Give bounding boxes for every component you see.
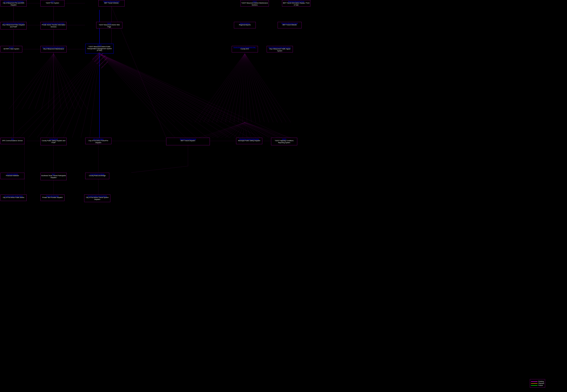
svg-line-19 (99, 54, 260, 138)
svg-line-47 (54, 54, 61, 109)
svg-line-24 (81, 54, 99, 138)
node-bmt-vehicles: Beaumont Municipal Transit BMT Transit V… (98, 0, 125, 7)
svg-line-102 (245, 122, 273, 138)
org-label-dps[interactable]: DPS (1, 138, 24, 140)
svg-line-13 (99, 54, 197, 138)
node-bmt-display: Beaumont Municipal Transit BMT Transit I… (282, 0, 310, 7)
node-setrpc: SETRPC SETRPC Claro System (0, 46, 22, 53)
org-label-eoc[interactable]: County Emergency Management Age... (232, 46, 257, 48)
svg-line-33 (99, 54, 166, 122)
sys-label-muni: Municipal Public Safety Dispatch (237, 140, 262, 141)
org-label-pa-d[interactable]: City of Port Arthur (86, 138, 111, 140)
node-county-road: County Road and Bridge County Road and B… (85, 173, 109, 179)
svg-line-44 (54, 54, 81, 109)
svg-line-43 (54, 54, 87, 109)
legend-label-planned: Planned (538, 383, 544, 384)
node-fire-dept: City of Beaumont Fire Department City of… (0, 0, 27, 7)
svg-line-74 (212, 54, 245, 122)
node-txdot-maint: TxDOT TxDOT Beaumont District Maintenanc… (241, 0, 269, 7)
legend-line-future (531, 385, 538, 386)
org-label-pa-transit[interactable]: City of Port Arthur Transit System (85, 195, 110, 197)
svg-line-111 (216, 122, 245, 138)
sys-label-sett: Southeast Texas Transit Participants Dis… (41, 175, 66, 179)
svg-line-12 (99, 54, 186, 138)
svg-line-56 (238, 54, 245, 122)
sys-label-setrpc: SETRPC Claro System (1, 48, 22, 50)
svg-line-72 (221, 54, 245, 122)
svg-line-50 (42, 54, 54, 109)
svg-line-73 (216, 54, 245, 122)
sys-label-bmaint: City of Beaumont Maintenance (41, 48, 66, 50)
svg-line-26 (63, 54, 99, 138)
org-label-txdot-m[interactable]: TxDOT (241, 1, 268, 2)
svg-line-61 (245, 54, 260, 122)
legend: Existing Planned Future (530, 379, 545, 388)
svg-line-52 (28, 54, 54, 109)
legend-item-future: Future (531, 385, 544, 386)
org-label-muni[interactable]: Municipal or County Public Safety (237, 138, 262, 140)
svg-line-41 (99, 54, 236, 122)
org-label-traffic[interactable]: City of Beaumont Public Works Trans... (267, 46, 292, 48)
svg-line-30 (28, 54, 99, 138)
svg-line-95 (243, 122, 245, 138)
org-label-setrpc[interactable]: SETRPC (1, 46, 22, 48)
org-label-511[interactable]: TxDOT (41, 1, 64, 2)
svg-line-76 (203, 54, 245, 122)
org-label-taxi[interactable]: Private Taxi Providers (41, 195, 64, 197)
svg-line-11 (99, 54, 175, 138)
node-pa-dispatch: City of Port Arthur City of Port Arthur … (85, 138, 112, 144)
legend-line-planned (531, 383, 538, 384)
node-bmt-dispatch: Beaumont Municipal Transit BMT Transit D… (166, 138, 210, 145)
sys-label-traffic: City of Beaumont Traffic Signal System (267, 48, 292, 52)
svg-line-97 (245, 122, 251, 138)
org-label-sett[interactable]: SETT (41, 173, 66, 175)
sys-label-bmt-v: BMT Transit Vehicles (99, 2, 124, 4)
diagram-container: City of Beaumont Fire Department City of… (0, 0, 567, 392)
org-label-fire[interactable]: City of Beaumont Fire Department (1, 1, 26, 2)
node-beaumont-maint: City of Beaumont Public Works Trans... C… (41, 46, 67, 53)
org-label-ptms[interactable]: TxDOT (86, 44, 113, 46)
svg-line-104 (245, 122, 282, 138)
org-label-police[interactable]: City of Beaumont Police Department (1, 23, 26, 24)
svg-line-66 (245, 54, 282, 122)
svg-line-16 (99, 54, 229, 138)
org-label-bmt-v[interactable]: Beaumont Municipal Transit (99, 1, 124, 2)
node-airports: Regional Airports Regional Airports (234, 22, 256, 28)
svg-line-40 (99, 54, 227, 122)
org-label-hcrs[interactable]: TxDOT (272, 138, 297, 140)
org-label-private[interactable]: Private Information Service Providers (41, 23, 66, 24)
node-sett: SETT Southeast Texas Transit Participant… (41, 173, 67, 180)
svg-line-38 (99, 54, 210, 122)
svg-line-99 (245, 122, 260, 138)
sys-label-txdot-m: TxDOT Beaumont District Maintenance Sect… (241, 2, 268, 6)
org-label-txdot-w[interactable]: TxDOT (97, 23, 122, 24)
sys-label-bmt-disp: BMT Transit Dispatch (167, 140, 209, 141)
org-label-bmt-disp[interactable]: Beaumont Municipal Transit (167, 138, 209, 140)
sys-label-private: Private Sector Traveler Information Serv… (41, 24, 66, 28)
sys-label-dps: DPS Communications Service (1, 140, 24, 141)
sys-label-pa-d: City of Port Arthur Police/Fire Dispatch (86, 140, 111, 143)
svg-line-64 (245, 54, 273, 122)
svg-line-101 (245, 122, 269, 138)
org-label-cr[interactable]: County Road and Bridge (86, 173, 109, 175)
svg-line-23 (90, 54, 99, 138)
svg-line-29 (37, 54, 99, 138)
org-label-fin[interactable]: Financial Institution (1, 173, 24, 175)
org-label-bmaint[interactable]: City of Beaumont Public Works Trans... (41, 46, 66, 48)
svg-line-67 (245, 54, 286, 122)
org-label-bmt-d[interactable]: Beaumont Municipal Transit (283, 1, 310, 2)
sys-label-eoc: County EOC (232, 48, 257, 50)
org-label-papw[interactable]: City of Port Arthur Public Works (1, 195, 26, 197)
org-label-sheriff[interactable]: County Sheriff (41, 138, 66, 140)
sys-label-police: City of Beaumont Police Dispatch and PSA… (1, 24, 26, 28)
node-dps: DPS DPS Communications Service (0, 138, 25, 144)
svg-line-42 (99, 54, 245, 122)
svg-line-69 (234, 54, 245, 122)
org-label-airports[interactable]: Regional Airports (235, 23, 255, 24)
svg-line-37 (99, 54, 201, 122)
svg-line-45 (54, 54, 74, 109)
legend-line-existing (531, 381, 538, 382)
svg-line-39 (99, 54, 219, 122)
org-label-bmt-ws[interactable]: Beaumont Municipal Transit (278, 23, 301, 24)
sys-label-airports: Regional Airports (235, 24, 255, 26)
